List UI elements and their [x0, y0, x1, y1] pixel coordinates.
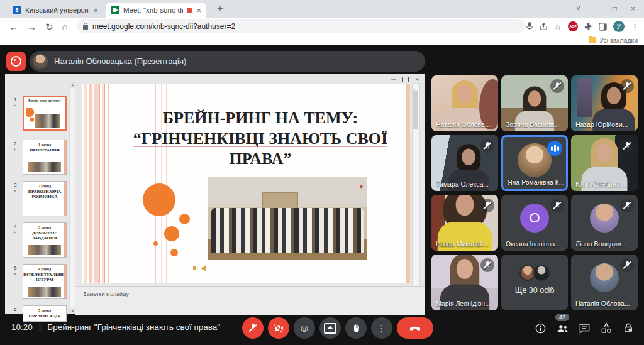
- tab-close-icon[interactable]: ×: [196, 6, 201, 14]
- maximize-button[interactable]: □: [613, 4, 617, 13]
- participant-tile[interactable]: Марія Леонідівн...: [431, 255, 498, 310]
- bookmarks-bar: Усі закладки: [0, 35, 644, 45]
- animation-star-icon: ✶: [13, 103, 16, 107]
- participant-avatars-stack: [519, 265, 550, 281]
- tab-close-icon[interactable]: ×: [93, 6, 98, 14]
- slide-right-stripe: [406, 84, 409, 283]
- host-controls-button[interactable]: [621, 321, 635, 335]
- reactions-button[interactable]: ☺: [294, 317, 315, 339]
- adblock-extension-icon[interactable]: ABP: [568, 21, 578, 31]
- speaking-indicator-icon: [547, 141, 562, 156]
- camera-off-button[interactable]: [268, 317, 289, 339]
- slide-thumbnail-panel: 1 ✶ Брейн-ринг на тему: 2 ✶ 1 раунд ПРИВ…: [5, 82, 75, 314]
- reload-button[interactable]: ↻: [45, 22, 53, 31]
- tab-recording-indicator-icon: [187, 8, 192, 13]
- participant-name: Яна Романівна К...: [508, 178, 565, 186]
- thumb-decoration: [26, 108, 35, 124]
- address-bar[interactable]: meet.google.com/xnb-sqnc-dii?authuser=2: [77, 19, 526, 33]
- meeting-title: Брейн-ринг "Грінченківці знають свої пра…: [47, 322, 220, 332]
- profile-chevron-icon[interactable]: ˅: [576, 4, 580, 13]
- mic-off-button[interactable]: [242, 317, 264, 339]
- participant-tile[interactable]: Наталія Облова...: [571, 255, 638, 310]
- participant-tile[interactable]: Зоряна Василів...: [501, 75, 568, 131]
- meeting-details-button[interactable]: [533, 321, 547, 335]
- folder-icon: [589, 37, 596, 43]
- new-tab-button[interactable]: +: [214, 3, 226, 15]
- participant-name: Ліана Володим...: [575, 240, 627, 248]
- participant-name: Зоряна Василів...: [506, 121, 559, 128]
- more-participants-tile[interactable]: Ще 30 осіб: [501, 255, 568, 310]
- participant-tile[interactable]: Ліана Володим...: [571, 195, 638, 251]
- presenter-banner[interactable]: Наталія Обловацька (Презентація): [30, 51, 425, 72]
- participant-tile[interactable]: Назар Миколай...: [431, 195, 498, 251]
- recording-indicator-button[interactable]: [6, 52, 26, 71]
- meet-main: Наталія Обловацька (Презентація) ⋯ × 1 ✶…: [0, 45, 644, 345]
- mic-off-icon: [480, 199, 494, 212]
- university-favicon: 8: [13, 6, 21, 14]
- participant-name: Оксана Іванівна...: [506, 240, 560, 248]
- all-bookmarks-button[interactable]: Усі закладки: [582, 36, 638, 44]
- browser-toolbar: ← → ↻ ⌂ meet.google.com/xnb-sqnc-dii?aut…: [0, 18, 644, 35]
- slide-group-photo: ♥: [208, 177, 367, 260]
- animation-star-icon: ✶: [13, 271, 16, 276]
- meet-bottom-bar: 10:20 | Брейн-ринг "Грінченківці знають …: [0, 312, 644, 345]
- more-options-button[interactable]: ⋮: [371, 317, 392, 339]
- ppt-restore-icon[interactable]: [402, 77, 409, 82]
- forward-button[interactable]: →: [27, 22, 36, 31]
- scroll-up-icon[interactable]: ▲: [70, 82, 75, 88]
- ppt-close-icon[interactable]: ×: [415, 76, 419, 83]
- participant-name: Марія Леонідівн...: [436, 300, 491, 307]
- mic-off-icon: [480, 258, 494, 272]
- tab-strip: 8 Київський університет імені Бо × Meet:…: [0, 0, 644, 18]
- window-controls: ˅ – □ ×: [576, 0, 644, 18]
- mic-toolbar-icon[interactable]: [526, 22, 533, 31]
- page-url: meet.google.com/xnb-sqnc-dii?authuser=2: [92, 22, 235, 31]
- ppt-more-icon[interactable]: ⋯: [390, 76, 396, 83]
- profile-avatar[interactable]: У: [613, 21, 625, 32]
- lock-icon: [83, 25, 88, 30]
- slide-audio-icon[interactable]: [201, 265, 206, 271]
- participants-button[interactable]: 42: [555, 321, 569, 335]
- meet-favicon: [111, 6, 119, 14]
- tab-meet[interactable]: Meet: "xnb-sqnc-dii" ×: [106, 3, 206, 18]
- mic-off-icon: [620, 258, 634, 272]
- shared-presentation: ⋯ × 1 ✶ Брейн-ринг на тему: 2 ✶: [5, 74, 425, 314]
- current-slide: БРЕЙН-РИНГ НА ТЕМУ: “ГРІНЧЕНКІВЦІ ЗНАЮТЬ…: [82, 84, 410, 283]
- slide-side-stripes: [82, 84, 115, 283]
- tab-title: Київський університет імені Бо: [25, 6, 89, 14]
- participant-tile-speaking[interactable]: Яна Романівна К...: [501, 135, 568, 191]
- participant-tile[interactable]: Юлія Олегівна ...: [571, 135, 638, 191]
- home-button[interactable]: ⌂: [62, 22, 68, 31]
- more-participants-label: Ще 30 осіб: [501, 286, 568, 295]
- tab-university[interactable]: 8 Київський університет імені Бо ×: [8, 3, 103, 18]
- participant-tile[interactable]: Наталія Облова...: [431, 75, 498, 131]
- participant-tile[interactable]: Назар Юрійови...: [571, 75, 638, 131]
- end-call-button[interactable]: [397, 317, 433, 339]
- participant-tile[interactable]: Тамара Олекса...: [431, 135, 498, 191]
- mic-off-icon: [620, 199, 634, 212]
- thumbs-scrollbar[interactable]: ▲ ▼: [69, 82, 75, 314]
- back-button[interactable]: ←: [9, 22, 18, 31]
- bookmark-star-icon[interactable]: ☆: [554, 23, 562, 31]
- presenter-name: Наталія Обловацька (Презентація): [54, 57, 186, 66]
- speaker-notes[interactable]: Заметки к слайду: [75, 286, 425, 315]
- present-screen-button[interactable]: [319, 317, 341, 339]
- chat-button[interactable]: [577, 321, 591, 335]
- raise-hand-button[interactable]: [345, 317, 367, 339]
- activities-button[interactable]: [599, 321, 613, 335]
- minimize-button[interactable]: –: [594, 4, 599, 13]
- sidebar-icon[interactable]: [599, 23, 607, 31]
- browser-menu-icon[interactable]: ⋮: [631, 23, 639, 31]
- animation-star-icon: ✶: [13, 147, 16, 151]
- mic-off-icon: [620, 79, 634, 93]
- participant-name: Тамара Олекса...: [436, 180, 489, 188]
- extensions-puzzle-icon[interactable]: [584, 23, 592, 31]
- slide-scrollbar[interactable]: ▲: [412, 83, 420, 292]
- participant-avatar: [590, 263, 619, 292]
- participant-tile[interactable]: О Оксана Іванівна...: [501, 195, 568, 251]
- close-window-button[interactable]: ×: [631, 4, 635, 13]
- participant-name: Наталія Облова...: [436, 121, 491, 128]
- share-icon[interactable]: [540, 23, 548, 31]
- participant-name: Юлія Олегівна ...: [575, 180, 627, 188]
- all-bookmarks-label: Усі закладки: [600, 36, 638, 44]
